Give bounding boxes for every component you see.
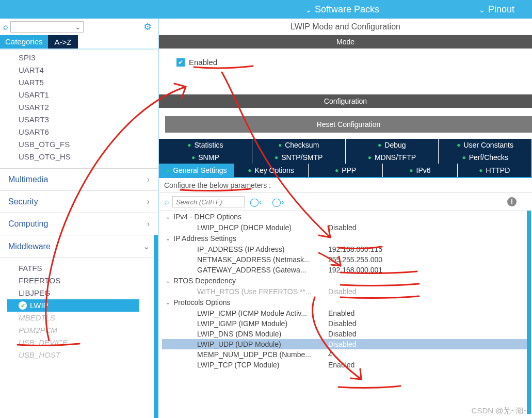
check-icon: ● xyxy=(462,154,465,161)
tab-perf-checks[interactable]: ●Perf/Checks xyxy=(439,151,532,164)
table-row[interactable]: GATEWAY_ADDRESS (Gatewa...192.168.000.00… xyxy=(162,265,527,275)
chevron-right-icon: › xyxy=(147,175,150,184)
list-item[interactable]: LIBJPEG xyxy=(19,287,158,299)
group-protocols[interactable]: ⌄Protocols Options xyxy=(162,297,527,308)
top-bar: ⌄Software Packs ⌄Pinout xyxy=(0,0,532,19)
list-item[interactable]: FREERTOS xyxy=(19,275,158,287)
check-icon: ● xyxy=(368,154,372,161)
config-tabs-row3: ●General Settings ●Key Options ●PPP ●IPv… xyxy=(159,164,532,177)
list-item[interactable]: SPI3 xyxy=(19,52,158,64)
category-middleware[interactable]: Middleware⌄ xyxy=(0,235,158,258)
prev-match-icon[interactable]: ◯‹ xyxy=(250,197,262,207)
chevron-down-icon: ⌄ xyxy=(162,278,173,284)
check-icon: ● xyxy=(378,141,381,149)
list-item[interactable]: USB_HOST xyxy=(19,349,158,361)
next-match-icon[interactable]: ◯› xyxy=(272,197,284,207)
chevron-down-icon: ⌄ xyxy=(143,242,150,251)
tab-alpha[interactable]: A->Z xyxy=(48,35,78,49)
panel-title: LWIP Mode and Configuration xyxy=(159,19,532,35)
tab-ipv6[interactable]: ●IPv6 xyxy=(383,164,457,177)
pinout-menu[interactable]: ⌄Pinout xyxy=(479,4,514,15)
table-row[interactable]: MEMP_NUM_UDP_PCB (Numbe...4 xyxy=(162,349,527,360)
mode-header: Mode xyxy=(159,35,532,49)
tab-ppp[interactable]: ●PPP xyxy=(309,164,383,177)
list-item-lwip-selected[interactable]: ✔LWIP xyxy=(7,299,139,312)
middleware-list: FATFS FREERTOS LIBJPEG ✔LWIP MBEDTLS PDM… xyxy=(0,258,158,365)
tab-general-settings[interactable]: ●General Settings xyxy=(159,164,234,177)
tab-categories[interactable]: Categories xyxy=(0,35,48,49)
params-table: ⌄IPv4 - DHCP Options LWIP_DHCP (DHCP Mod… xyxy=(159,211,532,375)
category-multimedia[interactable]: Multimedia› xyxy=(0,169,158,191)
tab-statistics[interactable]: ●Statistics xyxy=(159,139,252,151)
chevron-down-icon: ⌄ xyxy=(162,235,173,242)
list-item[interactable]: USB_OTG_FS xyxy=(19,138,158,151)
config-tabs-row1: ●Statistics ●Checksum ●Debug ●User Const… xyxy=(159,139,532,151)
tab-key-options[interactable]: ●Key Options xyxy=(234,164,308,177)
gear-icon[interactable]: ⚙ xyxy=(143,21,152,33)
search-icon[interactable]: ⌕ xyxy=(3,22,8,31)
search-icon[interactable]: ⌕ xyxy=(164,197,169,206)
table-row[interactable]: LWIP_TCP (TCP Module)Enabled xyxy=(162,360,527,370)
list-item[interactable]: FATFS xyxy=(19,262,158,275)
table-row[interactable]: NETMASK_ADDRESS (Netmask...255.255.255.0… xyxy=(162,254,527,265)
category-computing[interactable]: Computing› xyxy=(0,213,158,235)
table-row[interactable]: LWIP_IGMP (IGMP Module)Disabled xyxy=(162,318,527,329)
right-panel: LWIP Mode and Configuration Mode ✔ Enabl… xyxy=(159,19,532,418)
list-item[interactable]: USART2 xyxy=(19,101,158,114)
table-row-selected[interactable]: LWIP_UDP (UDP Module)Disabled xyxy=(162,339,527,349)
chevron-down-icon: ⌄ xyxy=(305,6,312,14)
tab-user-constants[interactable]: ●User Constants xyxy=(439,139,532,151)
enabled-checkbox[interactable]: ✔ xyxy=(176,58,185,67)
software-packs-menu[interactable]: ⌄Software Packs xyxy=(305,4,379,15)
chevron-down-icon: ⌄ xyxy=(75,23,81,31)
config-tabs-row2: ●SNMP ●SNTP/SMTP ●MDNS/TFTP ●Perf/Checks xyxy=(159,151,532,164)
params-header: Configure the below parameters : xyxy=(159,177,532,193)
tab-httpd[interactable]: ●HTTPD xyxy=(458,164,532,177)
check-icon: ● xyxy=(479,167,482,174)
list-item[interactable]: PDM2PCM xyxy=(19,324,158,336)
list-item[interactable]: UART4 xyxy=(19,64,158,76)
chevron-down-icon: ⌄ xyxy=(162,214,173,220)
configuration-header: Configuration xyxy=(159,94,532,108)
check-icon: ● xyxy=(187,141,191,149)
table-row[interactable]: LWIP_DNS (DNS Module)Disabled xyxy=(162,329,527,339)
list-item[interactable]: UART5 xyxy=(19,76,158,89)
check-icon: ✔ xyxy=(19,301,27,310)
category-security[interactable]: Security› xyxy=(0,191,158,213)
tab-checksum[interactable]: ●Checksum xyxy=(252,139,346,151)
table-row[interactable]: IP_ADDRESS (IP Address)192.168.000.115 xyxy=(162,244,527,254)
check-icon: ● xyxy=(335,167,338,174)
reset-configuration-button[interactable]: Reset Configuration xyxy=(165,116,532,133)
table-row[interactable]: LWIP_DHCP (DHCP Module)Disabled xyxy=(162,222,527,233)
check-icon: ● xyxy=(278,141,282,149)
group-dhcp[interactable]: ⌄IPv4 - DHCP Options xyxy=(162,211,527,222)
param-search-input[interactable] xyxy=(172,196,245,207)
list-item[interactable]: USART3 xyxy=(19,114,158,126)
chevron-right-icon: › xyxy=(147,219,150,229)
check-icon: ● xyxy=(275,154,278,161)
peripheral-list: SPI3 UART4 UART5 USART1 USART2 USART3 US… xyxy=(0,50,158,165)
list-item[interactable]: MBEDTLS xyxy=(19,312,158,324)
tab-debug[interactable]: ●Debug xyxy=(346,139,439,151)
tab-mdns-tftp[interactable]: ●MDNS/TFTP xyxy=(346,151,439,164)
enabled-label: Enabled xyxy=(189,58,217,67)
left-scrollbar[interactable] xyxy=(154,235,158,418)
check-icon: ● xyxy=(457,141,460,149)
list-item[interactable]: USB_OTG_HS xyxy=(19,151,158,163)
chevron-down-icon: ⌄ xyxy=(479,6,485,14)
info-icon[interactable]: i xyxy=(507,197,517,206)
peripheral-search-input[interactable]: ⌄ xyxy=(10,21,84,33)
list-item[interactable]: USART1 xyxy=(19,89,158,101)
check-icon: ● xyxy=(409,167,413,174)
list-item[interactable]: USB_DEVICE xyxy=(19,336,158,349)
chevron-right-icon: › xyxy=(147,197,150,206)
params-scrollbar[interactable] xyxy=(527,211,531,414)
check-icon: ● xyxy=(166,167,170,174)
group-ip-settings[interactable]: ⌄IP Address Settings xyxy=(162,233,527,244)
watermark: CSDN @芜~湖~ xyxy=(472,406,528,416)
tab-sntp-smtp[interactable]: ●SNTP/SMTP xyxy=(252,151,346,164)
list-item[interactable]: USART6 xyxy=(19,126,158,138)
tab-snmp[interactable]: ●SNMP xyxy=(159,151,252,164)
table-row[interactable]: LWIP_ICMP (ICMP Module Activ...Enabled xyxy=(162,308,527,318)
group-rtos[interactable]: ⌄RTOS Dependency xyxy=(162,275,527,286)
